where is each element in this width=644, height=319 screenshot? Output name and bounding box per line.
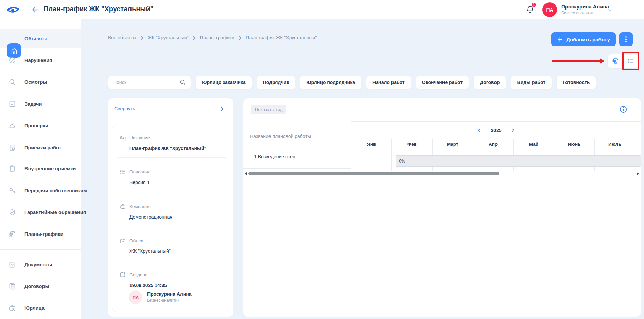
list-lines-icon bbox=[119, 168, 127, 176]
field-label: Создано bbox=[129, 272, 147, 277]
gantt-card: Показать: год 2025 Янв Фев bbox=[243, 98, 641, 317]
helmet-icon bbox=[8, 121, 16, 130]
info-icon[interactable] bbox=[619, 105, 627, 113]
task-card-icon bbox=[8, 100, 16, 108]
sidebar-item-label: Передачи собственникам bbox=[24, 188, 87, 193]
add-work-button[interactable]: Добавить работу bbox=[551, 32, 616, 46]
annotation-arrow-head bbox=[600, 58, 605, 64]
month-header: Янв bbox=[351, 139, 392, 149]
details-fields-card: Аа Название План-график ЖК "Хрустальный"… bbox=[112, 125, 229, 312]
gantt-partial-row-cells bbox=[351, 168, 641, 171]
month-header: Май bbox=[514, 139, 554, 149]
building-icon bbox=[119, 237, 127, 245]
sidebar-item-label: Приёмки работ bbox=[24, 145, 62, 150]
sidebar-item-warranty-requests[interactable]: Гарантийные обращения bbox=[0, 205, 81, 220]
filter-contract[interactable]: Договор bbox=[474, 76, 506, 89]
sidebar-item-inspections[interactable]: Осмотры bbox=[0, 75, 81, 90]
app-root: План-график ЖК "Хрустальный" 1 ПА Проску… bbox=[0, 0, 644, 319]
breadcrumb: Все объекты ЖК "Хрустальный" Планы-графи… bbox=[108, 35, 317, 40]
work-progress-label: 0% bbox=[399, 159, 405, 164]
sidebar-item-label: Гарантийные обращения bbox=[24, 210, 86, 215]
prohibition-icon bbox=[8, 56, 16, 64]
briefcase-person-icon bbox=[8, 304, 16, 312]
divider bbox=[243, 168, 351, 169]
sidebar-item-label: Объекты bbox=[24, 36, 47, 41]
year-navigation: 2025 bbox=[351, 121, 641, 139]
filter-contractor-entity[interactable]: Юрлицо подрядчика bbox=[300, 76, 361, 89]
filter-readiness[interactable]: Готовность bbox=[557, 76, 596, 89]
breadcrumb-item[interactable]: Планы-графики bbox=[200, 35, 234, 40]
month-header: Фев bbox=[392, 139, 432, 149]
horizontal-scrollbar bbox=[243, 171, 641, 176]
plus-icon bbox=[557, 37, 563, 42]
gantt-view-icon bbox=[612, 57, 619, 65]
sidebar-item-owner-handovers[interactable]: Передачи собственникам bbox=[0, 183, 81, 198]
app-logo-eye-icon[interactable] bbox=[5, 5, 20, 15]
sidebar-item-documents[interactable]: Документы bbox=[0, 257, 81, 272]
month-header: Апр bbox=[473, 139, 514, 149]
sidebar-item-schedules[interactable]: Планы-графики bbox=[0, 227, 81, 242]
papers-icon bbox=[8, 282, 16, 290]
scrollbar-thumb[interactable] bbox=[248, 172, 499, 175]
sidebar-item-work-acceptances[interactable]: Приёмки работ bbox=[0, 140, 81, 155]
magnifier-icon bbox=[8, 78, 16, 86]
chevron-right-icon bbox=[239, 36, 242, 40]
collapse-panel-link[interactable]: Свернуть bbox=[114, 106, 135, 111]
sidebar-item-label: Внутренние приёмки bbox=[24, 166, 76, 171]
sidebar-item-checks[interactable]: Проверки bbox=[0, 118, 81, 133]
collapse-chevron-right-icon[interactable] bbox=[219, 106, 225, 112]
filter-contractor[interactable]: Подрядчик bbox=[257, 76, 295, 89]
prev-year-chevron-left-icon[interactable] bbox=[476, 128, 482, 133]
company-bag-icon bbox=[119, 203, 127, 210]
field-value-object: ЖК "Хрустальный" bbox=[129, 248, 171, 254]
scroll-right-arrow-icon[interactable] bbox=[637, 172, 639, 175]
back-arrow-icon[interactable] bbox=[31, 5, 39, 14]
search-icon bbox=[179, 79, 186, 86]
filter-work-types[interactable]: Виды работ bbox=[511, 76, 552, 89]
gantt-grid: 2025 Янв Фев Март Апр Май Июнь Июль bbox=[351, 121, 641, 171]
page-title: План-график ЖК "Хрустальный" bbox=[43, 5, 153, 13]
breadcrumb-item[interactable]: ЖК "Хрустальный" bbox=[147, 35, 189, 40]
scale-selector-button[interactable]: Показать: год bbox=[251, 105, 286, 114]
field-label: Название bbox=[129, 135, 150, 140]
sidebar-item-violations[interactable]: Нарушения bbox=[0, 53, 81, 68]
work-row-name[interactable]: 1 Возведение стен bbox=[254, 154, 295, 160]
more-actions-kebab-button[interactable] bbox=[619, 32, 633, 46]
chevron-right-icon bbox=[140, 36, 143, 40]
next-year-chevron-right-icon[interactable] bbox=[510, 128, 516, 133]
annotation-highlight-rect bbox=[622, 52, 639, 70]
gantt-view-toggle-button[interactable] bbox=[608, 54, 623, 68]
breadcrumb-item[interactable]: Все объекты bbox=[108, 35, 136, 40]
field-value-description: Версия 1 bbox=[129, 180, 150, 185]
divider bbox=[243, 149, 351, 149]
key-icon bbox=[8, 187, 16, 195]
sidebar-divider bbox=[0, 249, 81, 250]
sidebar-item-label: Документы bbox=[24, 262, 52, 267]
sidebar-item-internal-acceptances[interactable]: Внутренние приёмки bbox=[0, 161, 81, 176]
field-value-company: Демонстрационная bbox=[129, 214, 172, 220]
sidebar-item-tasks[interactable]: Задачи bbox=[0, 96, 81, 111]
sidebar-item-objects[interactable]: Объекты bbox=[0, 31, 81, 46]
sidebar-item-label: Задачи bbox=[24, 101, 42, 107]
search-box bbox=[108, 76, 191, 89]
sidebar-item-legal-entities[interactable]: Юрлица bbox=[0, 301, 81, 316]
user-avatar[interactable]: ПА bbox=[542, 2, 557, 17]
shield-check-icon bbox=[8, 208, 16, 217]
divider bbox=[117, 226, 226, 226]
sidebar-item-contracts[interactable]: Договоры bbox=[0, 279, 81, 294]
filter-work-end[interactable]: Окончание работ bbox=[416, 76, 469, 89]
author-name: Проскурина Алина bbox=[147, 291, 192, 297]
scroll-left-arrow-icon[interactable] bbox=[245, 172, 247, 175]
sidebar-item-label: Осмотры bbox=[24, 79, 47, 85]
user-menu-chevron-down-icon[interactable] bbox=[607, 7, 612, 13]
sidebar-item-label: Проверки bbox=[24, 123, 48, 128]
search-input[interactable] bbox=[113, 80, 176, 85]
filter-customer-entity[interactable]: Юрлицо заказчика bbox=[196, 76, 252, 89]
work-progress-bar[interactable]: 0% bbox=[396, 155, 641, 167]
filter-work-start[interactable]: Начало работ bbox=[366, 76, 411, 89]
sidebar-item-label: Нарушения bbox=[24, 58, 52, 63]
divider bbox=[117, 192, 226, 192]
field-label: Объект bbox=[129, 238, 145, 243]
month-header-partial bbox=[635, 139, 641, 149]
gantt-bars-icon bbox=[8, 230, 16, 238]
